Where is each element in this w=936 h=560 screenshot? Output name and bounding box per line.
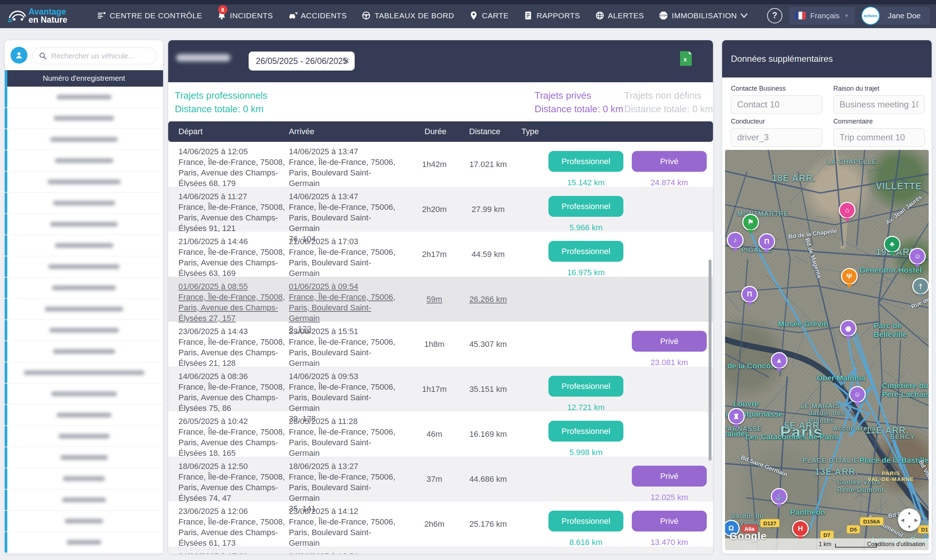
nav-item-accidents[interactable]: ACCIDENTS — [288, 11, 347, 20]
nav-item-label: CARTE — [482, 11, 509, 20]
clear-date-icon[interactable]: ✕ — [343, 57, 349, 65]
trip-row[interactable]: 18/06/2025 à 12:50France, Île-de-France,… — [168, 457, 713, 502]
photo-spot-marker[interactable]: ◉ — [840, 320, 857, 340]
professional-badge[interactable]: Professionnel — [548, 376, 623, 397]
trip-row[interactable]: 24/06/2025 à 17:29France, Île-de-France,… — [168, 546, 713, 554]
trip-map[interactable]: LA CHAPELLE18E ARR.VILLETTEMONTMARTREAv.… — [725, 150, 929, 550]
nav-item-centre-de-contr-le[interactable]: CENTRE DE CONTRÔLE — [97, 11, 202, 20]
louvre-marker[interactable]: Π — [741, 286, 758, 306]
monument-marker[interactable]: ▲ — [771, 352, 788, 372]
vehicle-list-item[interactable] — [5, 214, 163, 235]
professional-badge[interactable]: Professionnel — [548, 511, 623, 531]
hospital-marker[interactable]: H — [792, 520, 809, 540]
help-button[interactable]: ? — [767, 8, 782, 23]
vehicle-list-item[interactable] — [5, 171, 163, 192]
trip-row[interactable]: 14/06/2025 à 12:05France, Île-de-France,… — [168, 142, 713, 187]
field-commentaire: Commentaire — [833, 118, 925, 146]
private-badge[interactable]: Privé — [632, 466, 707, 486]
vehicle-list-item[interactable] — [5, 341, 163, 362]
user-menu[interactable]: echoes Jane Doe — [861, 7, 930, 25]
depart-cell: 21/06/2025 à 14:46France, Île-de-France,… — [179, 236, 287, 278]
field-input[interactable] — [833, 128, 925, 146]
vehicle-list-item[interactable] — [5, 129, 163, 150]
field-input[interactable] — [731, 95, 822, 114]
col-type: Type — [521, 127, 539, 136]
row-accent-bar — [5, 235, 7, 256]
vehicle-list-item[interactable] — [5, 150, 163, 171]
language-selector[interactable]: Français ▼ — [789, 7, 855, 25]
vehicle-list-item[interactable] — [5, 447, 163, 468]
vehicle-list-item[interactable] — [5, 362, 163, 383]
private-badge[interactable]: Privé — [632, 511, 707, 531]
app-logo[interactable]: Avantage en Nature — [7, 8, 84, 24]
vehicle-list-item[interactable] — [5, 532, 163, 553]
masked-registration — [24, 370, 145, 375]
masked-registration — [53, 201, 115, 205]
professional-badge[interactable]: Professionnel — [548, 151, 623, 172]
professional-badge[interactable]: Professionnel — [548, 196, 623, 217]
date-range-picker[interactable]: 26/05/2025 - 26/06/2025 ✕ — [249, 52, 355, 71]
vehicle-list-item[interactable] — [5, 468, 163, 489]
nav-item-incidents[interactable]: INCIDENTS8 — [217, 11, 273, 20]
cemetery-marker[interactable]: † — [912, 278, 929, 298]
professional-km: 16.975 km — [548, 268, 623, 277]
vehicle-list-item[interactable] — [5, 235, 163, 256]
nav-item-tableaux-de-bord[interactable]: TABLEAUX DE BORD — [361, 11, 454, 20]
map-pan-control[interactable]: ▲ ▼ ◀ ▶ — [898, 508, 921, 531]
nav-item-rapports[interactable]: RAPPORTS — [523, 11, 580, 20]
panel-title: Données supplémentaires — [731, 54, 833, 64]
vehicle-list-item[interactable] — [5, 108, 163, 129]
arena-marker[interactable]: ☺ — [849, 386, 866, 406]
vehicle-list-item[interactable] — [5, 383, 163, 405]
trip-row[interactable]: 14/06/2025 à 08:36France, Île-de-France,… — [168, 367, 713, 412]
distance-cell: 27.99 km — [459, 187, 517, 232]
table-scrollbar[interactable] — [708, 260, 711, 461]
hostel-marker[interactable]: ⌂ — [839, 202, 856, 222]
trip-row[interactable]: 21/06/2025 à 14:46France, Île-de-France,… — [168, 232, 713, 277]
vehicle-list-item[interactable] — [5, 489, 163, 511]
trip-row[interactable]: 23/06/2025 à 14:43France, Île-de-France,… — [168, 322, 713, 367]
user-name: Jane Doe — [888, 11, 921, 20]
trip-row[interactable]: 14/06/2025 à 11:27France, Île-de-France,… — [168, 187, 713, 232]
trip-row[interactable]: 01/06/2025 à 08:55France, Île-de-France,… — [168, 277, 713, 322]
masked-registration — [49, 328, 119, 332]
private-badge[interactable]: Privé — [632, 151, 707, 172]
port-marker[interactable]: ⚓ — [771, 488, 788, 508]
vehicle-list-item[interactable] — [5, 511, 163, 532]
theater-marker[interactable]: ☺ — [909, 248, 926, 268]
terms-link[interactable]: Conditions d'utilisation — [867, 541, 925, 548]
park-marker[interactable]: ♣ — [884, 236, 901, 256]
vehicle-list-item[interactable] — [5, 192, 163, 214]
nav-item-carte[interactable]: CARTE — [469, 11, 509, 20]
restaurant-marker[interactable]: Ψ — [841, 268, 858, 288]
driver-filter-button[interactable] — [11, 47, 28, 64]
professional-badge[interactable]: Professionnel — [548, 241, 623, 262]
map-label: VILLETTE — [876, 181, 922, 191]
nav-item-label: ALERTES — [608, 11, 644, 20]
private-badge[interactable]: Privé — [632, 331, 707, 352]
trip-row[interactable]: 23/06/2025 à 12:06France, Île-de-France,… — [168, 502, 713, 546]
vehicle-list-item[interactable] — [5, 87, 163, 108]
vehicle-search-input[interactable] — [51, 52, 157, 61]
nav-item-alertes[interactable]: ALERTES — [595, 11, 644, 20]
professional-badge[interactable]: Professionnel — [548, 421, 623, 442]
music-venue-marker[interactable]: ♪ — [727, 232, 744, 252]
field-input[interactable] — [833, 95, 925, 114]
vehicle-list-item[interactable] — [5, 405, 163, 426]
vehicle-list-item[interactable] — [5, 256, 163, 277]
trip-row[interactable]: 26/05/2025 à 10:42France, Île-de-France,… — [168, 412, 713, 457]
trip-start-flag[interactable]: ⚑ — [742, 214, 759, 234]
field-input[interactable] — [731, 128, 822, 146]
masked-registration — [50, 137, 118, 142]
nav-more-chevron-icon[interactable] — [739, 12, 749, 19]
vehicle-list-item[interactable] — [5, 298, 163, 320]
vehicle-list-item[interactable] — [5, 320, 163, 341]
catacombs-marker[interactable]: ♜ — [728, 408, 745, 428]
nav-item-immobilisation[interactable]: STOP IMMOBILISATION — [659, 11, 737, 20]
type-private-slot: Privé 12.025 km — [632, 457, 707, 502]
vehicle-list-item[interactable] — [5, 426, 163, 447]
export-excel-button[interactable]: x — [679, 51, 693, 68]
museum-marker[interactable]: Π — [758, 233, 775, 253]
vehicle-list-item[interactable] — [5, 277, 163, 298]
type-private-slot: Privé 24.874 km — [632, 142, 707, 188]
